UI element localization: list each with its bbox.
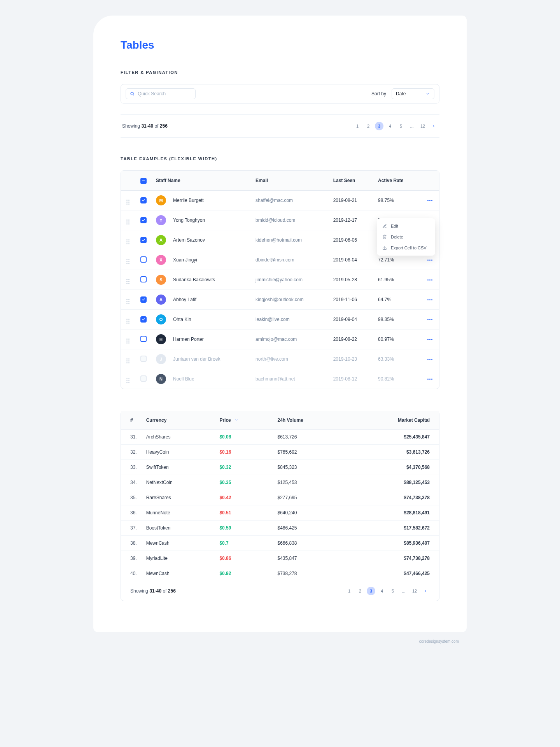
row-checkbox[interactable] (140, 276, 147, 282)
filter-bar: Sort by Date (121, 84, 439, 103)
page-1[interactable]: 1 (353, 122, 362, 130)
avatar: S (156, 275, 166, 285)
sort-selected-value: Date (396, 91, 406, 96)
page-1[interactable]: 1 (345, 587, 354, 595)
currency-volume: $738,278 (273, 566, 345, 581)
currency-market-cap: $17,582,672 (345, 521, 439, 536)
staff-email: bachmann@att.net (251, 369, 329, 389)
col-staff-name[interactable]: Staff Name (151, 171, 251, 191)
currency-price: $0.7 (215, 536, 273, 551)
sort-select[interactable]: Date (392, 88, 434, 99)
col-market-cap[interactable]: Market Capital (345, 411, 439, 430)
row-more-button[interactable] (425, 335, 434, 344)
table-row: SSudanka Bakalowitsjimmichie@yahoo.com20… (121, 270, 439, 290)
page-5[interactable]: 5 (388, 587, 397, 595)
currency-market-cap: $74,738,278 (345, 551, 439, 566)
row-checkbox[interactable] (140, 237, 147, 243)
staff-table: Staff Name Email Last Seen Active Rate M… (121, 171, 439, 389)
staff-name: Sudanka Bakalowits (173, 277, 215, 282)
pencil-icon (382, 224, 387, 228)
col-last-seen[interactable]: Last Seen (329, 171, 373, 191)
currency-name: SwiftToken (142, 460, 215, 475)
staff-email: bmidd@icloud.com (251, 210, 329, 230)
page-...: ... (399, 587, 408, 595)
row-more-button[interactable] (425, 374, 434, 384)
page-2[interactable]: 2 (356, 587, 364, 595)
row-num: 31. (121, 430, 142, 445)
search-input[interactable] (138, 91, 191, 96)
page-next[interactable] (421, 587, 430, 595)
row-checkbox[interactable] (140, 217, 147, 223)
staff-active-rate: 98.35% (373, 310, 420, 330)
dropdown-export[interactable]: Export Cell to CSV (377, 242, 435, 253)
row-checkbox[interactable] (140, 316, 147, 323)
search-input-wrap[interactable] (126, 88, 196, 99)
dropdown-edit[interactable]: Edit (377, 221, 435, 231)
currency-price: $0.35 (215, 475, 273, 490)
staff-email: amimojo@mac.com (251, 330, 329, 349)
drag-handle-icon[interactable] (126, 219, 131, 224)
drag-handle-icon[interactable] (126, 279, 131, 284)
drag-handle-icon[interactable] (126, 299, 131, 304)
drag-handle-icon[interactable] (126, 259, 131, 264)
page-3[interactable]: 3 (375, 122, 383, 130)
drag-handle-icon (126, 378, 131, 383)
avatar: A (156, 235, 166, 245)
page-...: ... (408, 122, 416, 130)
row-checkbox[interactable] (140, 256, 147, 263)
pagination-top: Showing 31-40 of 256 12345...12 (121, 114, 439, 138)
page-12[interactable]: 12 (418, 122, 427, 130)
page-4[interactable]: 4 (386, 122, 394, 130)
row-checkbox[interactable] (140, 336, 147, 342)
row-checkbox[interactable] (140, 197, 147, 203)
table-row: 32.HeavyCoin$0.16$765,692$3,613,726 (121, 445, 439, 460)
currency-name: NetNextCoin (142, 475, 215, 490)
staff-name: Noell Blue (173, 376, 194, 382)
avatar: O (156, 314, 166, 324)
page-2[interactable]: 2 (364, 122, 373, 130)
currency-price: $0.59 (215, 521, 273, 536)
row-more-button[interactable] (425, 275, 434, 284)
page-4[interactable]: 4 (378, 587, 386, 595)
col-price[interactable]: Price (215, 411, 273, 430)
drag-handle-icon[interactable] (126, 319, 131, 324)
svg-line-1 (133, 95, 134, 95)
staff-active-rate: 90.82% (373, 369, 420, 389)
currency-volume: $466,425 (273, 521, 345, 536)
dropdown-delete[interactable]: Delete (377, 231, 435, 242)
staff-active-rate: 64.7% (373, 290, 420, 310)
page-5[interactable]: 5 (397, 122, 405, 130)
currency-price: $0.92 (215, 566, 273, 581)
staff-last-seen: 2019-11-06 (329, 290, 373, 310)
page-3[interactable]: 3 (367, 587, 375, 595)
staff-last-seen: 2019-10-23 (329, 349, 373, 369)
row-more-button[interactable] (425, 354, 434, 364)
page-next[interactable] (429, 122, 438, 130)
col-email[interactable]: Email (251, 171, 329, 191)
currency-volume: $125,453 (273, 475, 345, 490)
footer-credit: coredesignsystem.com (93, 632, 467, 644)
select-all-checkbox[interactable] (140, 178, 147, 184)
col-currency[interactable]: Currency (142, 411, 215, 430)
row-checkbox (140, 356, 147, 362)
svg-point-0 (131, 92, 133, 95)
col-active-rate[interactable]: Active Rate (373, 171, 420, 191)
drag-handle-icon[interactable] (126, 200, 131, 205)
row-more-button[interactable] (425, 196, 434, 205)
search-icon (130, 91, 135, 96)
table-row: 40.MewnCash$0.92$738,278$47,466,425 (121, 566, 439, 581)
page-12[interactable]: 12 (410, 587, 419, 595)
currency-price: $0.16 (215, 445, 273, 460)
table-row: 31.ArchShares$0.08$613,726$25,435,847 (121, 430, 439, 445)
drag-handle-icon[interactable] (126, 338, 131, 344)
row-num: 40. (121, 566, 142, 581)
currency-market-cap: $74,738,278 (345, 490, 439, 505)
row-more-button[interactable] (425, 295, 434, 304)
row-more-button[interactable] (425, 255, 434, 265)
col-volume[interactable]: 24h Volume (273, 411, 345, 430)
row-checkbox[interactable] (140, 296, 147, 303)
drag-handle-icon[interactable] (126, 239, 131, 244)
staff-email: kidehen@hotmail.com (251, 230, 329, 250)
row-more-button[interactable] (425, 315, 434, 324)
table-row: 34.NetNextCoin$0.35$125,453$88,125,453 (121, 475, 439, 490)
